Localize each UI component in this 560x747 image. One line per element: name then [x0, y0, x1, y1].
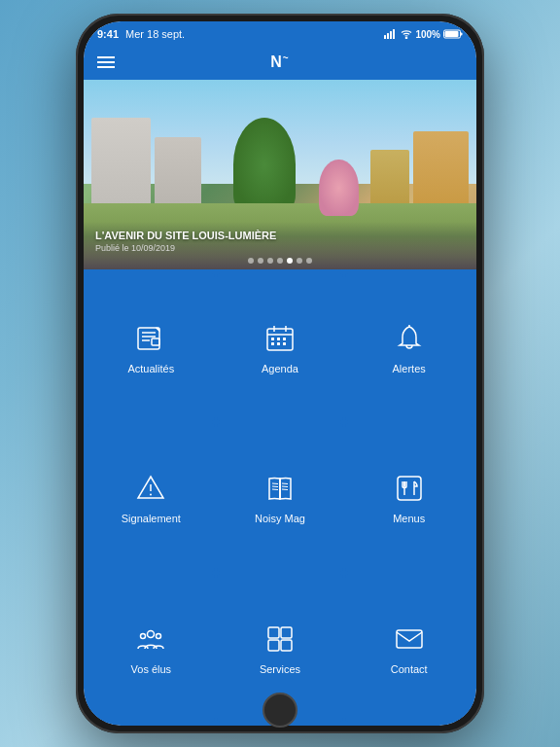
dot-5	[287, 258, 293, 264]
tree-main	[233, 118, 297, 213]
cherry-tree	[319, 160, 358, 217]
hero-banner[interactable]: L'AVENIR DU SITE LOUIS-LUMIÈRE Publié le…	[84, 80, 476, 269]
svg-rect-44	[268, 640, 279, 651]
menu-item-menus[interactable]: Menus	[345, 423, 472, 571]
dot-7	[306, 258, 312, 264]
hero-pagination	[95, 258, 465, 264]
hamburger-line-2	[97, 61, 115, 63]
calendar-icon	[262, 320, 298, 357]
svg-rect-19	[283, 338, 286, 340]
battery-icon	[443, 29, 463, 39]
dot-4	[277, 258, 283, 264]
time: 9:41	[97, 28, 119, 40]
signalement-label: Signalement	[122, 513, 181, 524]
dot-1	[248, 258, 254, 264]
menus-label: Menus	[393, 513, 425, 524]
svg-rect-17	[271, 338, 274, 340]
bell-icon	[391, 320, 428, 357]
svg-line-27	[272, 483, 278, 484]
envelope-icon	[391, 621, 428, 658]
date: Mer 18 sept.	[125, 28, 185, 40]
svg-line-30	[282, 483, 288, 484]
home-button[interactable]	[262, 693, 298, 728]
agenda-label: Agenda	[262, 363, 298, 374]
battery-text: 100%	[415, 29, 440, 40]
signal-icon	[384, 29, 398, 39]
grid-icon	[262, 621, 298, 658]
svg-rect-6	[461, 33, 463, 36]
warning-icon	[132, 470, 169, 507]
dot-2	[258, 258, 263, 264]
alertes-label: Alertes	[393, 363, 426, 374]
wifi-icon	[401, 29, 412, 39]
svg-rect-12	[152, 338, 159, 345]
menu-grid: Actualités	[84, 269, 476, 726]
svg-rect-22	[283, 342, 286, 345]
svg-rect-43	[281, 627, 292, 638]
svg-rect-46	[397, 630, 422, 648]
svg-rect-42	[268, 627, 279, 638]
newspaper-icon	[132, 320, 169, 357]
svg-rect-7	[445, 31, 459, 37]
svg-line-32	[282, 489, 288, 490]
svg-rect-45	[281, 640, 292, 651]
menu-item-vos-elus[interactable]: Vos élus	[88, 574, 215, 722]
contact-label: Contact	[391, 663, 428, 675]
menu-item-signalement[interactable]: Signalement	[88, 423, 215, 571]
svg-rect-33	[398, 477, 421, 500]
svg-rect-21	[277, 342, 280, 345]
svg-point-41	[157, 633, 161, 638]
svg-point-39	[148, 630, 155, 637]
svg-rect-2	[390, 31, 392, 39]
dot-3	[267, 258, 273, 264]
svg-point-4	[406, 37, 407, 38]
vos-elus-label: Vos élus	[131, 663, 172, 675]
actualites-label: Actualités	[127, 363, 174, 374]
hamburger-line-3	[97, 66, 115, 68]
screen: 9:41 Mer 18 sept.	[84, 21, 476, 726]
people-icon	[132, 621, 169, 658]
hamburger-line-1	[97, 56, 115, 58]
building-1	[91, 118, 151, 209]
dot-6	[297, 258, 302, 264]
device: 9:41 Mer 18 sept.	[76, 14, 484, 733]
svg-line-28	[272, 486, 278, 487]
svg-rect-1	[387, 33, 389, 39]
menu-item-contact[interactable]: Contact	[345, 574, 472, 722]
status-right: 100%	[384, 29, 463, 40]
svg-rect-18	[277, 338, 280, 340]
svg-point-40	[141, 633, 146, 638]
menu-item-alertes[interactable]: Alertes	[345, 273, 472, 421]
hero-overlay: L'AVENIR DU SITE LOUIS-LUMIÈRE Publié le…	[84, 222, 476, 269]
fork-knife-icon	[391, 470, 428, 507]
app-logo: N~	[270, 53, 289, 71]
status-left: 9:41 Mer 18 sept.	[97, 28, 185, 40]
svg-point-25	[150, 494, 152, 496]
svg-rect-20	[271, 342, 274, 345]
device-inner: 9:41 Mer 18 sept.	[84, 21, 476, 726]
svg-line-29	[272, 489, 278, 490]
menu-item-actualites[interactable]: Actualités	[88, 273, 215, 421]
book-icon	[262, 470, 298, 507]
svg-line-31	[282, 486, 288, 487]
menu-item-agenda[interactable]: Agenda	[217, 273, 344, 421]
hero-date: Publié le 10/09/2019	[95, 243, 465, 253]
svg-rect-0	[384, 35, 386, 39]
menu-item-noisy-mag[interactable]: Noisy Mag	[217, 423, 344, 571]
hamburger-button[interactable]	[97, 56, 115, 68]
building-2	[155, 137, 201, 209]
noisy-mag-label: Noisy Mag	[255, 513, 305, 524]
top-bar: N~	[84, 45, 476, 80]
status-bar: 9:41 Mer 18 sept.	[84, 21, 476, 45]
services-label: Services	[260, 663, 300, 675]
hero-title: L'AVENIR DU SITE LOUIS-LUMIÈRE	[95, 230, 465, 241]
svg-rect-3	[393, 29, 395, 39]
